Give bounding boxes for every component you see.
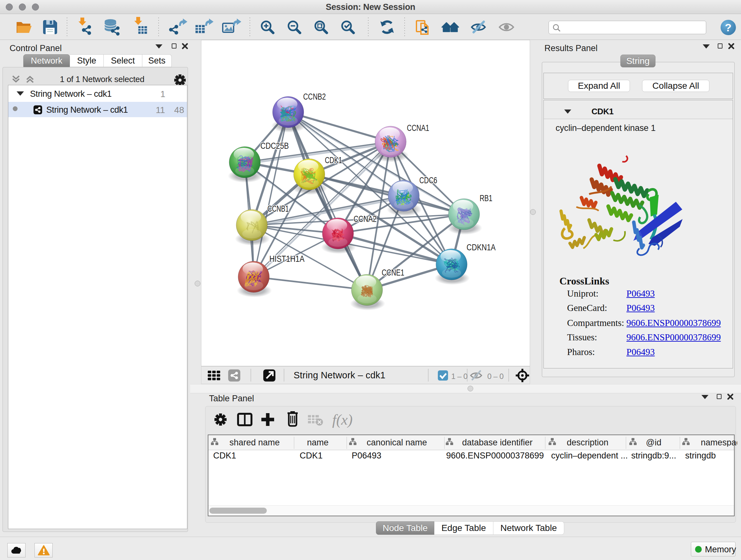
svg-text:CDC25B: CDC25B — [260, 141, 289, 151]
svg-text:CCNE1: CCNE1 — [382, 268, 404, 277]
svg-text:RB1: RB1 — [480, 193, 492, 203]
svg-text:CCNB1: CCNB1 — [267, 204, 289, 213]
svg-text:HIST1H1A: HIST1H1A — [269, 254, 305, 264]
svg-text:CDK1: CDK1 — [325, 155, 342, 165]
svg-text:CDKN1A: CDKN1A — [467, 243, 495, 252]
svg-text:CCNB2: CCNB2 — [303, 92, 326, 102]
svg-text:CCNA1: CCNA1 — [407, 123, 429, 133]
svg-text:f(x): f(x) — [332, 412, 353, 428]
svg-text:CCNA2: CCNA2 — [354, 214, 377, 224]
svg-text:CDC6: CDC6 — [419, 176, 437, 185]
